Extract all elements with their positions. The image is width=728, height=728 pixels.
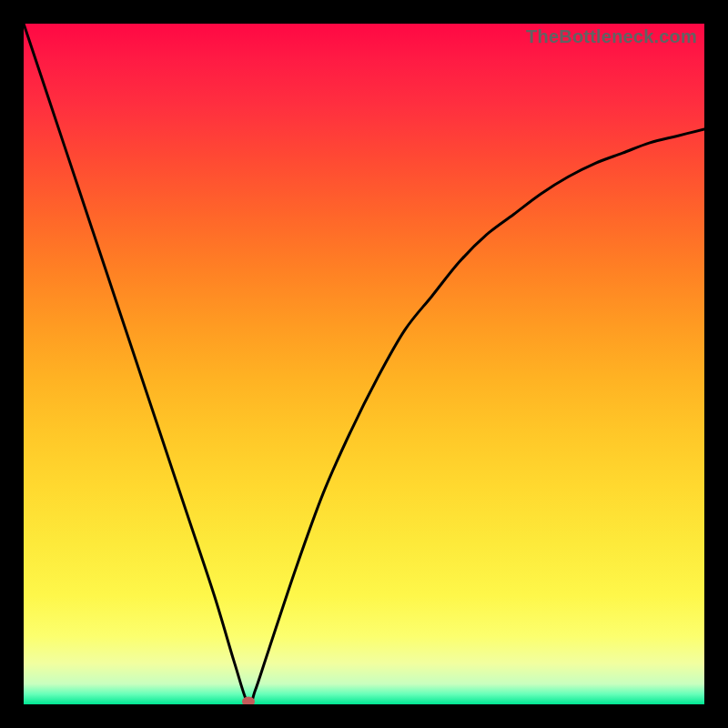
bottleneck-curve: [24, 24, 704, 704]
chart-frame: TheBottleneck.com: [0, 0, 728, 728]
plot-area: TheBottleneck.com: [24, 24, 704, 704]
minimum-marker-icon: [242, 697, 255, 705]
watermark-label: TheBottleneck.com: [526, 26, 697, 47]
